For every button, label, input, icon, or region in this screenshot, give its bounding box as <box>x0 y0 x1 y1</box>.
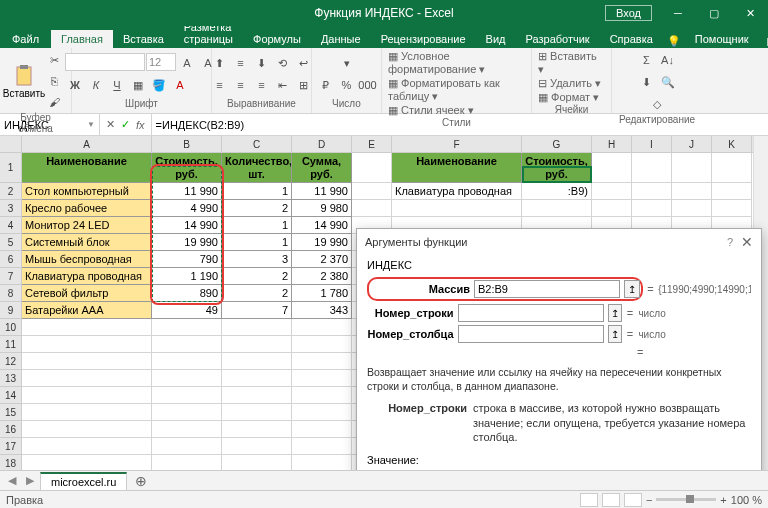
align-left[interactable]: ≡ <box>210 75 230 95</box>
ribbon-tabs: Файл Главная Вставка Разметка страницы Ф… <box>0 26 768 48</box>
copy-button[interactable]: ⎘ <box>44 71 64 91</box>
view-break[interactable] <box>624 493 642 507</box>
number-format[interactable]: ▾ <box>322 53 372 73</box>
tab-help[interactable]: Справка <box>600 30 663 48</box>
fill-color-button[interactable]: 🪣 <box>149 75 169 95</box>
tab-review[interactable]: Рецензирование <box>371 30 476 48</box>
cond-format[interactable]: ▦ Условное форматирование ▾ <box>388 50 525 76</box>
login-button[interactable]: Вход <box>605 5 652 21</box>
close-button[interactable]: ✕ <box>732 0 768 26</box>
group-styles: Стили <box>442 117 471 130</box>
sort-filter[interactable]: A↓ <box>658 50 678 70</box>
cut-button[interactable]: ✂ <box>44 50 64 70</box>
paste-icon <box>12 64 36 88</box>
align-bottom[interactable]: ⬇ <box>252 53 272 73</box>
dialog-help-icon[interactable]: ? <box>727 236 733 248</box>
sheet-nav-prev[interactable]: ◀ <box>4 474 20 487</box>
dialog-title: Аргументы функции <box>365 236 468 248</box>
orientation[interactable]: ⟲ <box>273 53 293 73</box>
confirm-formula[interactable]: ✓ <box>121 118 130 131</box>
zoom-level[interactable]: 100 % <box>731 494 762 506</box>
share-button[interactable]: 👤 Поделиться <box>759 23 768 48</box>
zoom-slider[interactable] <box>656 498 716 501</box>
statusbar: Правка − + 100 % <box>0 490 768 508</box>
tab-home[interactable]: Главная <box>51 30 113 48</box>
group-align: Выравнивание <box>227 98 296 111</box>
svg-rect-0 <box>17 67 31 85</box>
minimize-button[interactable]: ─ <box>660 0 696 26</box>
arg-col-input[interactable] <box>458 325 604 343</box>
wrap-text[interactable]: ↩ <box>294 53 314 73</box>
tell-me[interactable]: Помощник <box>685 30 759 48</box>
grow-font[interactable]: A <box>177 53 197 73</box>
arg-array-input[interactable] <box>474 280 620 298</box>
insert-cells[interactable]: ⊞ Вставить ▾ <box>538 50 605 76</box>
arg-col-picker[interactable]: ↥ <box>608 325 622 343</box>
table-format[interactable]: ▦ Форматировать как таблицу ▾ <box>388 77 525 103</box>
tell-me-icon: 💡 <box>667 35 681 48</box>
view-normal[interactable] <box>580 493 598 507</box>
format-cells[interactable]: ▦ Формат ▾ <box>538 91 599 104</box>
titlebar: Функция ИНДЕКС - Excel Вход ─ ▢ ✕ <box>0 0 768 26</box>
view-layout[interactable] <box>602 493 620 507</box>
font-color-button[interactable]: A <box>170 75 190 95</box>
arg-array-highlight: Массив ↥ <box>367 277 643 301</box>
function-description: Возвращает значение или ссылку на ячейку… <box>367 366 751 393</box>
underline-button[interactable]: Ч <box>107 75 127 95</box>
clear[interactable]: ◇ <box>647 94 667 114</box>
arg-description: Номер_строкистрока в массиве, из которой… <box>367 401 751 444</box>
arg-row-input[interactable] <box>458 304 604 322</box>
group-editing: Редактирование <box>619 114 695 127</box>
autosum[interactable]: Σ <box>637 50 657 70</box>
arg-array-result: {11990;4990;14990;19990;790;1190;89 <box>658 284 751 295</box>
bold-button[interactable]: Ж <box>65 75 85 95</box>
row-headers: 1 2345 6789 10111213 14151617 1819 <box>0 136 22 482</box>
add-sheet-button[interactable]: ⊕ <box>129 473 153 489</box>
arg-array-picker[interactable]: ↥ <box>624 280 640 298</box>
currency[interactable]: ₽ <box>316 75 336 95</box>
align-right[interactable]: ≡ <box>252 75 272 95</box>
dialog-close-button[interactable]: ✕ <box>741 234 753 250</box>
formula-result: Значение: <box>367 454 751 466</box>
sheet-nav-next[interactable]: ▶ <box>22 474 38 487</box>
group-font: Шрифт <box>125 98 158 111</box>
function-arguments-dialog: Аргументы функции ?✕ ИНДЕКС Массив ↥ = {… <box>356 228 762 508</box>
indent-dec[interactable]: ⇤ <box>273 75 293 95</box>
cell-styles[interactable]: ▦ Стили ячеек ▾ <box>388 104 474 117</box>
tab-file[interactable]: Файл <box>0 30 51 48</box>
tab-developer[interactable]: Разработчик <box>516 30 600 48</box>
app-title: Функция ИНДЕКС - Excel <box>314 6 453 20</box>
font-family-select[interactable] <box>65 53 145 71</box>
align-middle[interactable]: ≡ <box>231 53 251 73</box>
col-headers: ABCDEFGHIJK <box>22 136 768 153</box>
font-size-select[interactable] <box>146 53 176 71</box>
zoom-out[interactable]: − <box>646 494 652 506</box>
tab-insert[interactable]: Вставка <box>113 30 174 48</box>
function-name: ИНДЕКС <box>367 259 751 271</box>
merge[interactable]: ⊞ <box>294 75 314 95</box>
arg-row-picker[interactable]: ↥ <box>608 304 622 322</box>
format-painter-button[interactable]: 🖌 <box>44 92 64 112</box>
zoom-in[interactable]: + <box>720 494 726 506</box>
sheet-tab[interactable]: microexcel.ru <box>40 472 127 490</box>
paste-button[interactable]: Вставить <box>7 64 41 99</box>
fill[interactable]: ⬇ <box>637 72 657 92</box>
status-mode: Правка <box>6 494 43 506</box>
align-top[interactable]: ⬆ <box>210 53 230 73</box>
maximize-button[interactable]: ▢ <box>696 0 732 26</box>
fx-button[interactable]: fx <box>136 119 145 131</box>
tab-formulas[interactable]: Формулы <box>243 30 311 48</box>
find-select[interactable]: 🔍 <box>658 72 678 92</box>
percent[interactable]: % <box>337 75 357 95</box>
group-cells: Ячейки <box>555 104 589 117</box>
cancel-formula[interactable]: ✕ <box>106 118 115 131</box>
align-center[interactable]: ≡ <box>231 75 251 95</box>
delete-cells[interactable]: ⊟ Удалить ▾ <box>538 77 601 90</box>
svg-rect-1 <box>20 65 28 69</box>
italic-button[interactable]: К <box>86 75 106 95</box>
group-clipboard: Буфер обмена <box>6 112 65 136</box>
tab-view[interactable]: Вид <box>476 30 516 48</box>
comma[interactable]: 000 <box>358 75 378 95</box>
border-button[interactable]: ▦ <box>128 75 148 95</box>
tab-data[interactable]: Данные <box>311 30 371 48</box>
